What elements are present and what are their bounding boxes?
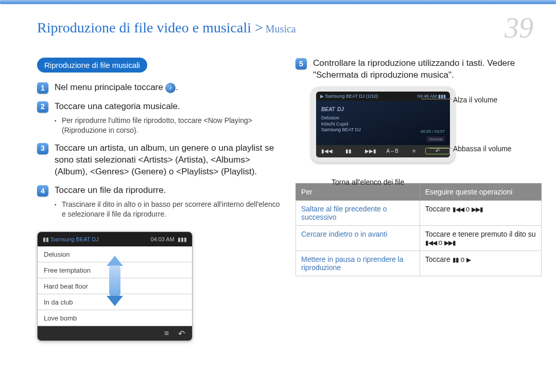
music-app-icon: ♪ xyxy=(165,83,176,93)
op-pause-label: Mettere in pausa o riprendere la riprodu… xyxy=(296,251,420,276)
player-main-area: BEAT DJ Delusion Kitschi Cupid Samsung B… xyxy=(316,101,450,145)
menu-icon: ≡ xyxy=(164,329,169,338)
step-3: 3 Toccare un artista, un album, un gener… xyxy=(37,142,283,178)
op-seek-action: Toccare e tenere premuto il dito su ▮◀◀ … xyxy=(420,225,541,251)
step-4-note: Trascinare il dito in alto o in basso pe… xyxy=(55,200,283,219)
track-row: Hard beat floor xyxy=(38,278,192,294)
op-pause-action: Toccare ▮▮ o ▶ xyxy=(420,251,541,276)
track-row: Free temptation xyxy=(38,262,192,278)
ab-repeat-icon: A↔B xyxy=(381,148,403,154)
page-number: 39 xyxy=(505,11,533,44)
step-1: 1 Nel menu principale toccare ♪. xyxy=(37,82,283,94)
operations-table: Per Eseguire queste operazioni Saltare a… xyxy=(296,183,542,276)
device-name: Samsung BEAT DJ xyxy=(50,236,99,242)
eq-mode: Normal xyxy=(426,136,445,142)
prev-icon: ▮◀◀ xyxy=(316,148,338,154)
top-accent-bar xyxy=(0,0,556,4)
step-4: 4 Toccare un file da riprodurre. Trascin… xyxy=(37,185,283,219)
step-badge-1: 1 xyxy=(37,82,48,94)
op-skip-label: Saltare al file precedente o successivo xyxy=(296,200,420,225)
step-4-text: Toccare un file da riprodurre. xyxy=(55,185,166,195)
back-icon: ↶ xyxy=(178,329,185,338)
pause-icon: ▮▮ xyxy=(453,256,459,263)
right-column: 5 Controllare la riproduzione utilizzand… xyxy=(296,58,542,341)
step-1-text: Nel menu principale toccare xyxy=(55,82,165,92)
device-screenshot-list: ▮▮ Samsung BEAT DJ 04:03 AM ▮▮▮ Delusion… xyxy=(37,231,193,341)
brand-logo: BEAT DJ xyxy=(321,104,445,113)
track-row: Delusion xyxy=(38,246,192,262)
player-counter: (1/10) xyxy=(366,94,378,99)
next-icon: ▶▶▮ xyxy=(444,239,456,246)
device-footer-bar: ≡ ↶ xyxy=(38,326,192,341)
play-indicator-icon: ▮▮ Samsung BEAT DJ xyxy=(43,236,99,243)
callout-volume-down: Abbassa il volume xyxy=(453,145,512,153)
prev-icon: ▮◀◀ xyxy=(425,239,437,246)
player-controls: ▮◀◀ ▮▮ ▶▶▮ A↔B ≡ ↶ xyxy=(316,145,450,157)
player-time: 04:46 AM xyxy=(417,94,437,99)
callout-line xyxy=(429,148,452,149)
title-sub: Musica xyxy=(263,23,296,34)
callout-volume-up: Alza il volume xyxy=(453,96,497,104)
track-title: Delusion xyxy=(321,115,445,121)
table-row: Saltare al file precedente o successivo … xyxy=(296,200,542,225)
player-status-bar: ▶ Samsung BEAT DJ (1/10) 04:46 AM ▮▮▮ xyxy=(316,92,450,101)
play-timer: 00:03 / 03:57 xyxy=(421,129,445,134)
device-time: 04:03 AM xyxy=(150,236,174,242)
page-title: Riproduzione di file video e musicali > … xyxy=(37,20,296,36)
steps-list: 1 Nel menu principale toccare ♪. 2 Tocca… xyxy=(37,82,283,219)
track-row: Love bomb xyxy=(38,310,192,326)
op-skip-action: Toccare ▮◀◀ o ▶▶▮ xyxy=(420,200,541,225)
callout-back-to-list: Torna all'elenco dei file xyxy=(332,178,404,186)
step-5: 5 Controllare la riproduzione utilizzand… xyxy=(296,58,542,81)
prev-icon: ▮◀◀ xyxy=(453,206,464,213)
step-3-text: Toccare un artista, un album, un genere … xyxy=(55,143,274,176)
callout-line xyxy=(421,99,452,99)
page-header: Riproduzione di file video e musicali > … xyxy=(0,4,556,47)
player-name: Samsung BEAT DJ xyxy=(325,94,365,99)
step-5-text: Controllare la riproduzione utilizzando … xyxy=(313,58,515,80)
table-head-right: Eseguire queste operazioni xyxy=(420,183,541,200)
content-area: Riproduzione di file musicali 1 Nel menu… xyxy=(0,47,556,357)
step-badge-4: 4 xyxy=(37,185,48,197)
table-row: Cercare indietro o in avanti Toccare e t… xyxy=(296,225,542,251)
next-icon: ▶▶▮ xyxy=(472,206,483,213)
track-row: In da club xyxy=(38,294,192,310)
device-screenshot-player: ▶ Samsung BEAT DJ (1/10) 04:46 AM ▮▮▮ BE… xyxy=(311,86,455,163)
step-2-text: Toccare una categoria musicale. xyxy=(55,101,180,111)
step-2-note: Per riprodurre l'ultimo file riprodotto,… xyxy=(55,116,283,135)
step-2: 2 Toccare una categoria musicale. Per ri… xyxy=(37,101,283,135)
menu-icon: ≡ xyxy=(403,148,425,154)
title-main: Riproduzione di file video e musicali > xyxy=(37,20,263,35)
device-status-bar: ▮▮ Samsung BEAT DJ 04:03 AM ▮▮▮ xyxy=(38,232,192,246)
next-icon: ▶▶▮ xyxy=(360,148,381,154)
pause-icon: ▮▮ xyxy=(338,148,359,154)
left-column: Riproduzione di file musicali 1 Nel menu… xyxy=(37,58,283,341)
brand-sub: DJ xyxy=(337,106,344,112)
section-pill: Riproduzione di file musicali xyxy=(37,58,147,73)
player-callout-area: ▶ Samsung BEAT DJ (1/10) 04:46 AM ▮▮▮ BE… xyxy=(296,86,542,163)
back-icon-highlighted: ↶ xyxy=(425,148,450,154)
table-row: Mettere in pausa o riprendere la riprodu… xyxy=(296,251,542,276)
player-screen: ▶ Samsung BEAT DJ (1/10) 04:46 AM ▮▮▮ BE… xyxy=(316,92,450,157)
step-badge-2: 2 xyxy=(37,101,48,113)
step-badge-3: 3 xyxy=(37,143,48,154)
op-seek-label: Cercare indietro o in avanti xyxy=(296,225,420,251)
step-badge-5: 5 xyxy=(296,58,307,69)
track-artist: Kitschi Cupid xyxy=(321,121,445,128)
play-icon: ▶ xyxy=(466,256,471,263)
